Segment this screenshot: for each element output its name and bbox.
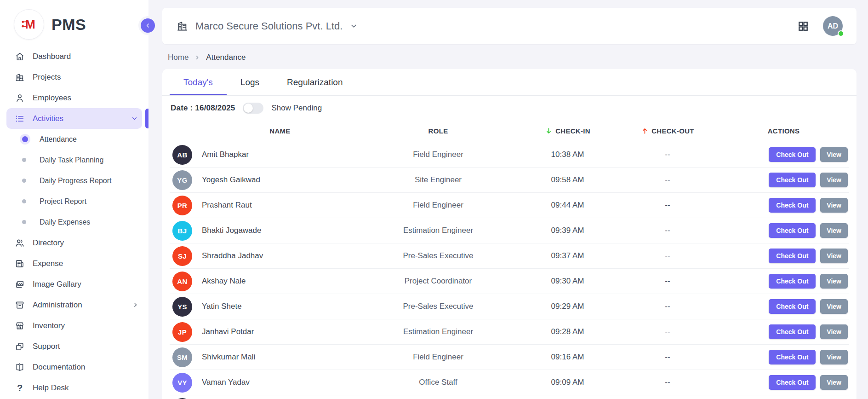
- employee-name: Shivkumar Mali: [202, 353, 358, 362]
- view-button[interactable]: View: [820, 324, 848, 339]
- store-icon: [15, 321, 25, 331]
- bullet-icon: [22, 199, 26, 203]
- filter-row: Date : 16/08/2025 Show Pending: [162, 96, 857, 120]
- sidebar-item-employees[interactable]: Employees: [0, 87, 148, 108]
- view-button[interactable]: View: [820, 223, 848, 238]
- bullet-icon: [22, 179, 26, 183]
- check-in-time: 09:09 AM: [518, 378, 617, 387]
- sidebar-item-dashboard[interactable]: Dashboard: [0, 46, 148, 67]
- question-icon: ?: [15, 383, 25, 393]
- arrow-down-icon: [545, 127, 553, 135]
- view-button[interactable]: View: [820, 147, 848, 162]
- sidebar-item-activities[interactable]: Activities: [6, 108, 142, 129]
- employee-role: Site Engineer: [358, 175, 518, 185]
- check-out-button[interactable]: Check Out: [769, 147, 816, 162]
- show-pending-toggle[interactable]: [243, 103, 263, 114]
- avatar: AN: [172, 272, 192, 291]
- employee-role: Field Engineer: [358, 150, 518, 159]
- check-out-button[interactable]: Check Out: [769, 350, 816, 364]
- home-icon: [15, 52, 25, 62]
- employee-role: Field Engineer: [358, 353, 518, 362]
- list-icon: [15, 114, 25, 124]
- col-check-in: CHECK-IN: [518, 127, 617, 135]
- check-out-button[interactable]: Check Out: [769, 274, 816, 289]
- sidebar-item-image-gallary[interactable]: Image Gallary: [0, 274, 148, 295]
- check-out-time: --: [617, 150, 718, 159]
- view-button[interactable]: View: [820, 249, 848, 263]
- breadcrumb-current: Attendance: [206, 53, 246, 62]
- sidebar-item-daily-task-planning[interactable]: Daily Task Planning: [0, 150, 148, 170]
- check-in-time: 09:29 AM: [518, 302, 617, 311]
- table-body: AB Amit Bhapkar Field Engineer 10:38 AM …: [170, 142, 849, 399]
- check-in-time: 09:58 AM: [518, 175, 617, 185]
- sidebar-item-expense[interactable]: Expense: [0, 253, 148, 274]
- check-in-time: 09:28 AM: [518, 327, 617, 336]
- sidebar-item-attendance[interactable]: Attendance: [0, 129, 148, 150]
- check-out-button[interactable]: Check Out: [769, 249, 816, 263]
- sidebar-item-daily-expenses[interactable]: Daily Expenses: [0, 212, 148, 232]
- squares-icon: [15, 341, 25, 352]
- employee-role: Estimation Engineer: [358, 226, 518, 235]
- employee-role: Office Staff: [358, 378, 518, 387]
- company-selector[interactable]: Marco Secure Solutions Pvt. Ltd.: [176, 20, 358, 32]
- view-button[interactable]: View: [820, 173, 848, 187]
- tab-todays[interactable]: Today's: [170, 69, 227, 95]
- employee-role: Pre-Sales Executive: [358, 251, 518, 260]
- check-in-time: 10:38 AM: [518, 150, 617, 159]
- col-check-out: CHECK-OUT: [617, 127, 718, 135]
- table-row: SM Shivkumar Mali Field Engineer 09:16 A…: [170, 345, 849, 370]
- tab-regularization[interactable]: Regularization: [273, 69, 356, 95]
- employee-role: Pre-Sales Executive: [358, 302, 518, 311]
- sidebar-item-support[interactable]: Support: [0, 336, 148, 357]
- chevron-right-icon: [194, 54, 200, 61]
- view-button[interactable]: View: [820, 375, 848, 390]
- main-area: Marco Secure Solutions Pvt. Ltd. AD Home…: [148, 8, 868, 399]
- check-out-button[interactable]: Check Out: [769, 198, 816, 213]
- check-out-button[interactable]: Check Out: [769, 173, 816, 187]
- breadcrumb-home[interactable]: Home: [168, 53, 188, 62]
- check-in-time: 09:44 AM: [518, 201, 617, 210]
- check-out-time: --: [617, 251, 718, 260]
- check-out-button[interactable]: Check Out: [769, 324, 816, 339]
- sidebar-collapse-button[interactable]: [141, 18, 155, 33]
- sidebar-item-administration[interactable]: Administration: [0, 295, 148, 315]
- sidebar-item-daily-progress-report[interactable]: Daily Progress Report: [0, 170, 148, 191]
- table-row: YG Yogesh Gaikwad Site Engineer 09:58 AM…: [170, 168, 849, 193]
- check-out-time: --: [617, 302, 718, 311]
- table-row-partial: [170, 395, 849, 399]
- tab-bar: Today's Logs Regularization: [162, 69, 857, 96]
- show-pending-label: Show Pending: [271, 104, 322, 113]
- view-button[interactable]: View: [820, 274, 848, 289]
- employee-name: Bhakti Jogawade: [202, 226, 358, 235]
- view-button[interactable]: View: [820, 299, 848, 314]
- sidebar-item-project-report[interactable]: Project Report: [0, 191, 148, 212]
- app-logo: M PMS: [0, 0, 148, 46]
- check-out-button[interactable]: Check Out: [769, 375, 816, 390]
- check-out-button[interactable]: Check Out: [769, 299, 816, 314]
- toggle-knob: [244, 104, 253, 113]
- table-row: PR Prashant Raut Field Engineer 09:44 AM…: [170, 193, 849, 218]
- people-icon: [15, 238, 25, 248]
- sidebar-item-inventory[interactable]: Inventory: [0, 315, 148, 336]
- view-button[interactable]: View: [820, 350, 848, 364]
- check-out-time: --: [617, 226, 718, 235]
- table-row: YS Yatin Shete Pre-Sales Executive 09:29…: [170, 294, 849, 319]
- avatar: AB: [172, 145, 192, 165]
- employee-role: Project Coordinator: [358, 277, 518, 286]
- employee-name: Janhavi Potdar: [202, 327, 358, 336]
- sidebar-item-projects[interactable]: Projects: [0, 67, 148, 87]
- sidebar-item-directory[interactable]: Directory: [0, 232, 148, 253]
- check-out-button[interactable]: Check Out: [769, 223, 816, 238]
- person-icon: [15, 93, 25, 103]
- avatar: SM: [172, 347, 192, 367]
- sidebar-item-help-desk[interactable]: ? Help Desk: [0, 377, 148, 398]
- tab-logs[interactable]: Logs: [227, 69, 273, 95]
- avatar: PR: [172, 196, 192, 215]
- date-label: Date : 16/08/2025: [171, 104, 235, 113]
- view-button[interactable]: View: [820, 198, 848, 213]
- avatar: SJ: [172, 246, 192, 266]
- user-avatar[interactable]: AD: [823, 16, 843, 36]
- apps-grid-icon[interactable]: [797, 20, 809, 32]
- sidebar-item-documentation[interactable]: Documentation: [0, 357, 148, 377]
- col-actions: ACTIONS: [718, 127, 849, 135]
